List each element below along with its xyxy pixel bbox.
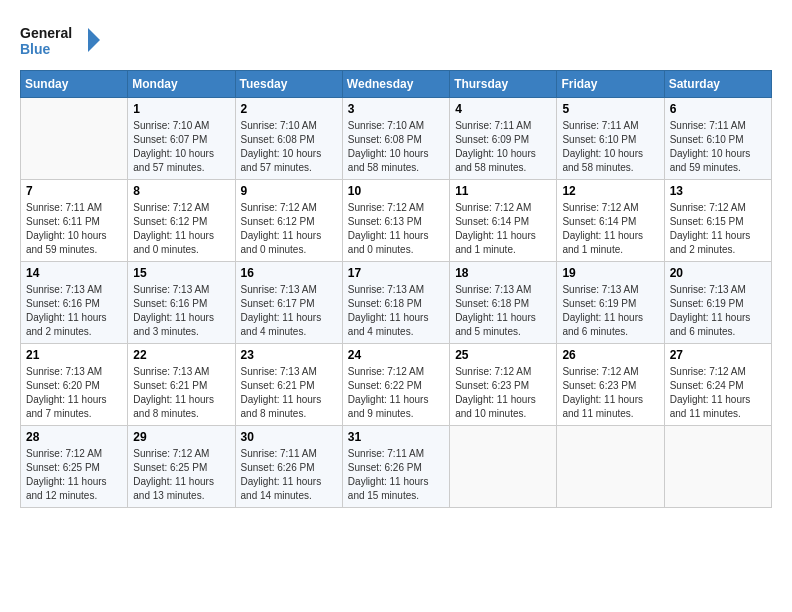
day-number: 2 <box>241 102 337 116</box>
day-number: 6 <box>670 102 766 116</box>
day-number: 16 <box>241 266 337 280</box>
day-info: Sunrise: 7:11 AMSunset: 6:11 PMDaylight:… <box>26 201 122 257</box>
calendar-cell: 14Sunrise: 7:13 AMSunset: 6:16 PMDayligh… <box>21 262 128 344</box>
day-number: 3 <box>348 102 444 116</box>
calendar-cell: 18Sunrise: 7:13 AMSunset: 6:18 PMDayligh… <box>450 262 557 344</box>
day-info: Sunrise: 7:13 AMSunset: 6:18 PMDaylight:… <box>455 283 551 339</box>
day-number: 5 <box>562 102 658 116</box>
calendar-cell: 7Sunrise: 7:11 AMSunset: 6:11 PMDaylight… <box>21 180 128 262</box>
calendar-cell: 29Sunrise: 7:12 AMSunset: 6:25 PMDayligh… <box>128 426 235 508</box>
calendar-cell: 17Sunrise: 7:13 AMSunset: 6:18 PMDayligh… <box>342 262 449 344</box>
calendar-cell: 10Sunrise: 7:12 AMSunset: 6:13 PMDayligh… <box>342 180 449 262</box>
day-info: Sunrise: 7:12 AMSunset: 6:24 PMDaylight:… <box>670 365 766 421</box>
day-info: Sunrise: 7:12 AMSunset: 6:14 PMDaylight:… <box>455 201 551 257</box>
day-number: 18 <box>455 266 551 280</box>
day-number: 29 <box>133 430 229 444</box>
day-info: Sunrise: 7:11 AMSunset: 6:10 PMDaylight:… <box>670 119 766 175</box>
weekday-header: Wednesday <box>342 71 449 98</box>
weekday-header: Friday <box>557 71 664 98</box>
day-info: Sunrise: 7:13 AMSunset: 6:21 PMDaylight:… <box>241 365 337 421</box>
day-number: 19 <box>562 266 658 280</box>
day-number: 31 <box>348 430 444 444</box>
calendar-cell: 24Sunrise: 7:12 AMSunset: 6:22 PMDayligh… <box>342 344 449 426</box>
day-info: Sunrise: 7:13 AMSunset: 6:19 PMDaylight:… <box>562 283 658 339</box>
day-number: 8 <box>133 184 229 198</box>
calendar-cell: 4Sunrise: 7:11 AMSunset: 6:09 PMDaylight… <box>450 98 557 180</box>
day-info: Sunrise: 7:13 AMSunset: 6:16 PMDaylight:… <box>26 283 122 339</box>
day-info: Sunrise: 7:12 AMSunset: 6:12 PMDaylight:… <box>241 201 337 257</box>
calendar-cell: 20Sunrise: 7:13 AMSunset: 6:19 PMDayligh… <box>664 262 771 344</box>
calendar-cell: 30Sunrise: 7:11 AMSunset: 6:26 PMDayligh… <box>235 426 342 508</box>
day-number: 10 <box>348 184 444 198</box>
day-info: Sunrise: 7:13 AMSunset: 6:21 PMDaylight:… <box>133 365 229 421</box>
day-info: Sunrise: 7:12 AMSunset: 6:25 PMDaylight:… <box>133 447 229 503</box>
day-number: 11 <box>455 184 551 198</box>
day-number: 20 <box>670 266 766 280</box>
day-info: Sunrise: 7:12 AMSunset: 6:13 PMDaylight:… <box>348 201 444 257</box>
day-info: Sunrise: 7:13 AMSunset: 6:17 PMDaylight:… <box>241 283 337 339</box>
calendar-cell <box>450 426 557 508</box>
weekday-header: Saturday <box>664 71 771 98</box>
logo-svg: General Blue <box>20 20 100 60</box>
day-number: 13 <box>670 184 766 198</box>
day-info: Sunrise: 7:11 AMSunset: 6:26 PMDaylight:… <box>241 447 337 503</box>
day-info: Sunrise: 7:10 AMSunset: 6:08 PMDaylight:… <box>241 119 337 175</box>
weekday-header: Sunday <box>21 71 128 98</box>
calendar-cell: 15Sunrise: 7:13 AMSunset: 6:16 PMDayligh… <box>128 262 235 344</box>
calendar-table: SundayMondayTuesdayWednesdayThursdayFrid… <box>20 70 772 508</box>
calendar-header: SundayMondayTuesdayWednesdayThursdayFrid… <box>21 71 772 98</box>
calendar-cell: 9Sunrise: 7:12 AMSunset: 6:12 PMDaylight… <box>235 180 342 262</box>
calendar-cell: 6Sunrise: 7:11 AMSunset: 6:10 PMDaylight… <box>664 98 771 180</box>
weekday-header: Thursday <box>450 71 557 98</box>
day-info: Sunrise: 7:13 AMSunset: 6:18 PMDaylight:… <box>348 283 444 339</box>
day-number: 17 <box>348 266 444 280</box>
day-number: 26 <box>562 348 658 362</box>
day-number: 7 <box>26 184 122 198</box>
calendar-cell: 27Sunrise: 7:12 AMSunset: 6:24 PMDayligh… <box>664 344 771 426</box>
calendar-cell: 23Sunrise: 7:13 AMSunset: 6:21 PMDayligh… <box>235 344 342 426</box>
day-number: 30 <box>241 430 337 444</box>
calendar-week-row: 28Sunrise: 7:12 AMSunset: 6:25 PMDayligh… <box>21 426 772 508</box>
day-number: 21 <box>26 348 122 362</box>
calendar-cell: 28Sunrise: 7:12 AMSunset: 6:25 PMDayligh… <box>21 426 128 508</box>
day-info: Sunrise: 7:10 AMSunset: 6:08 PMDaylight:… <box>348 119 444 175</box>
calendar-cell <box>557 426 664 508</box>
calendar-cell: 13Sunrise: 7:12 AMSunset: 6:15 PMDayligh… <box>664 180 771 262</box>
day-info: Sunrise: 7:11 AMSunset: 6:26 PMDaylight:… <box>348 447 444 503</box>
calendar-cell: 25Sunrise: 7:12 AMSunset: 6:23 PMDayligh… <box>450 344 557 426</box>
day-info: Sunrise: 7:12 AMSunset: 6:15 PMDaylight:… <box>670 201 766 257</box>
weekday-header: Monday <box>128 71 235 98</box>
calendar-cell: 16Sunrise: 7:13 AMSunset: 6:17 PMDayligh… <box>235 262 342 344</box>
day-info: Sunrise: 7:12 AMSunset: 6:23 PMDaylight:… <box>562 365 658 421</box>
day-number: 12 <box>562 184 658 198</box>
calendar-cell: 3Sunrise: 7:10 AMSunset: 6:08 PMDaylight… <box>342 98 449 180</box>
day-number: 4 <box>455 102 551 116</box>
day-number: 22 <box>133 348 229 362</box>
day-number: 24 <box>348 348 444 362</box>
day-info: Sunrise: 7:13 AMSunset: 6:16 PMDaylight:… <box>133 283 229 339</box>
day-info: Sunrise: 7:13 AMSunset: 6:19 PMDaylight:… <box>670 283 766 339</box>
svg-marker-2 <box>88 28 100 52</box>
calendar-cell: 19Sunrise: 7:13 AMSunset: 6:19 PMDayligh… <box>557 262 664 344</box>
calendar-week-row: 14Sunrise: 7:13 AMSunset: 6:16 PMDayligh… <box>21 262 772 344</box>
calendar-cell: 1Sunrise: 7:10 AMSunset: 6:07 PMDaylight… <box>128 98 235 180</box>
day-number: 28 <box>26 430 122 444</box>
day-info: Sunrise: 7:12 AMSunset: 6:12 PMDaylight:… <box>133 201 229 257</box>
logo: General Blue <box>20 20 100 60</box>
calendar-cell: 31Sunrise: 7:11 AMSunset: 6:26 PMDayligh… <box>342 426 449 508</box>
calendar-week-row: 7Sunrise: 7:11 AMSunset: 6:11 PMDaylight… <box>21 180 772 262</box>
day-number: 25 <box>455 348 551 362</box>
calendar-cell <box>21 98 128 180</box>
day-info: Sunrise: 7:12 AMSunset: 6:22 PMDaylight:… <box>348 365 444 421</box>
page-header: General Blue <box>20 20 772 60</box>
calendar-cell: 8Sunrise: 7:12 AMSunset: 6:12 PMDaylight… <box>128 180 235 262</box>
day-number: 1 <box>133 102 229 116</box>
day-info: Sunrise: 7:12 AMSunset: 6:23 PMDaylight:… <box>455 365 551 421</box>
calendar-week-row: 21Sunrise: 7:13 AMSunset: 6:20 PMDayligh… <box>21 344 772 426</box>
day-number: 27 <box>670 348 766 362</box>
calendar-cell: 26Sunrise: 7:12 AMSunset: 6:23 PMDayligh… <box>557 344 664 426</box>
day-info: Sunrise: 7:11 AMSunset: 6:09 PMDaylight:… <box>455 119 551 175</box>
calendar-cell <box>664 426 771 508</box>
calendar-cell: 21Sunrise: 7:13 AMSunset: 6:20 PMDayligh… <box>21 344 128 426</box>
svg-text:General: General <box>20 25 72 41</box>
